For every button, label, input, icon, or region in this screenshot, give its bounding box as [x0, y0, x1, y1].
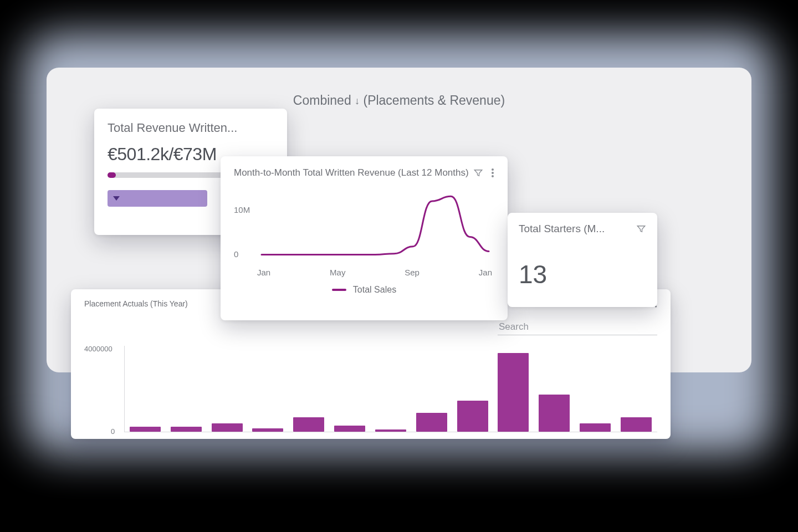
card-title: Total Starters (M... [519, 223, 605, 235]
y-tick-label: 0 [234, 249, 238, 259]
card-month-to-month-revenue: Month-to-Month Total Written Revenue (La… [221, 156, 508, 320]
bar [539, 395, 570, 432]
x-tick-label: Jan [479, 268, 492, 277]
bar [334, 426, 365, 432]
page-title-right: (Placements & Revenue) [363, 93, 505, 108]
page-title: Combined ↓ (Placements & Revenue) [47, 93, 751, 108]
card-total-starters: Total Starters (M... 13 [508, 213, 657, 307]
x-tick-label: Jan [257, 268, 270, 277]
bar [457, 401, 488, 432]
bar [171, 427, 202, 432]
chart-legend: Total Sales [234, 285, 494, 295]
page-title-left: Combined [293, 93, 351, 108]
y-tick-label: 0 [111, 427, 115, 436]
card-title: Total Revenue Written... [108, 121, 274, 135]
filter-icon[interactable] [636, 224, 646, 234]
bar [130, 427, 161, 432]
bar [212, 423, 243, 432]
filter-icon[interactable] [473, 168, 483, 178]
y-tick-label: 10M [234, 205, 250, 214]
progress-fill [108, 172, 116, 178]
chevron-down-icon [113, 196, 120, 201]
svg-point-0 [492, 168, 494, 171]
legend-swatch [332, 289, 346, 291]
x-tick-label: Sep [405, 268, 420, 277]
search-field-wrap [498, 319, 657, 335]
card-title: Placement Actuals (This Year) [84, 299, 188, 308]
svg-point-1 [492, 172, 494, 174]
line-chart: 10M 0 Jan May Sep Jan [234, 188, 494, 277]
search-input[interactable] [498, 319, 657, 335]
bar-chart: 4000000 0 [84, 346, 657, 432]
line-chart-svg [234, 188, 494, 277]
card-title: Month-to-Month Total Written Revenue (La… [234, 167, 469, 178]
more-icon[interactable] [491, 168, 494, 178]
bar [293, 417, 324, 432]
bar [498, 353, 529, 432]
bar [416, 413, 447, 432]
bar [621, 417, 652, 432]
legend-label: Total Sales [353, 285, 396, 295]
starters-value: 13 [519, 259, 646, 289]
x-axis-line [124, 432, 657, 432]
dropdown-button[interactable] [108, 190, 207, 207]
svg-point-2 [492, 175, 494, 177]
bar [580, 423, 611, 432]
x-tick-label: May [330, 268, 345, 277]
chevron-down-icon[interactable]: ↓ [355, 95, 360, 107]
bar [252, 428, 283, 432]
bars-container [130, 349, 652, 432]
y-axis-line [124, 346, 125, 432]
bar [375, 429, 406, 432]
y-tick-label: 4000000 [84, 345, 112, 353]
